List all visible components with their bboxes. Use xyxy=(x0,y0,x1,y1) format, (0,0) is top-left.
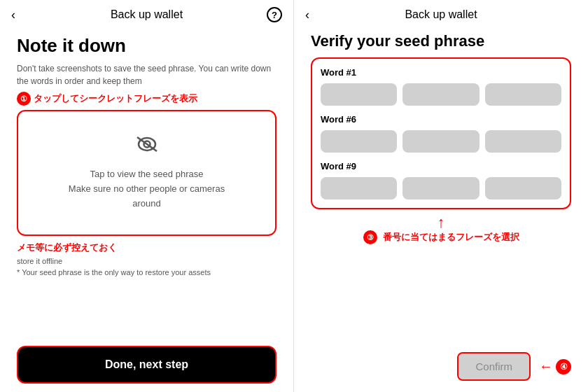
seed-phrase-box[interactable]: Tap to view the seed phrase Make sure no… xyxy=(17,110,276,236)
right-bottom: Confirm ← ④ xyxy=(294,352,588,392)
annotation-3-arrow: ↑ xyxy=(438,215,445,230)
note-description: Don't take screenshots to save the seed … xyxy=(17,62,276,88)
word-9-option-2[interactable] xyxy=(402,177,479,200)
word-6-options xyxy=(321,130,561,153)
right-header: ‹ Back up wallet xyxy=(294,0,588,29)
left-help-button[interactable]: ? xyxy=(267,7,282,22)
word-9-option-3[interactable] xyxy=(485,177,561,200)
word-6-option-2[interactable] xyxy=(402,130,479,153)
annotation-3-circle: ③ xyxy=(363,230,377,244)
verify-box: Word #1 Word #6 Word #9 xyxy=(311,57,571,209)
memo-annotation-text: メモ等に必ず控えておく xyxy=(17,241,117,254)
store-text: store it offline xyxy=(17,257,276,265)
right-panel: ‹ Back up wallet Verify your seed phrase… xyxy=(294,0,588,392)
annotation-1-row: ① タップしてシークレットフレーズを表示 xyxy=(17,92,276,106)
left-panel: ‹ Back up wallet ? Note it down Don't ta… xyxy=(0,0,294,392)
annotation-3-row: ③ 番号に当てはまるフレーズを選択 xyxy=(363,230,519,244)
word-1-label: Word #1 xyxy=(321,67,561,78)
annotation-3-container: ↑ ③ 番号に当てはまるフレーズを選択 xyxy=(311,215,571,244)
right-header-title: Back up wallet xyxy=(405,8,477,21)
word-9-option-1[interactable] xyxy=(321,177,397,200)
annotation-1-circle: ① xyxy=(17,92,31,106)
memo-annotation-row: メモ等に必ず控えておく xyxy=(17,241,276,254)
word-6-option-1[interactable] xyxy=(321,130,397,153)
done-next-step-button[interactable]: Done, next step xyxy=(17,346,276,384)
word-1-options xyxy=(321,83,561,106)
note-title: Note it down xyxy=(17,35,276,57)
word-6-label: Word #6 xyxy=(321,114,561,125)
annotation-4-circle: ④ xyxy=(556,359,571,374)
left-header: ‹ Back up wallet ? xyxy=(0,0,293,29)
svg-line-2 xyxy=(137,137,157,151)
seed-warning: * Your seed phrase is the only way to re… xyxy=(17,268,276,276)
word-1-option-3[interactable] xyxy=(485,83,561,106)
seed-tap-text: Tap to view the seed phrase Make sure no… xyxy=(69,167,225,211)
annotation-4-row: ← ④ xyxy=(539,358,571,374)
left-header-title: Back up wallet xyxy=(111,8,183,21)
left-bottom: Done, next step ← ② xyxy=(0,346,293,392)
annotation-3-text: 番号に当てはまるフレーズを選択 xyxy=(383,231,519,244)
word-9-label: Word #9 xyxy=(321,161,561,172)
verify-title: Verify your seed phrase xyxy=(311,32,571,50)
right-back-button[interactable]: ‹ xyxy=(305,8,309,22)
eye-off-icon xyxy=(134,134,160,159)
right-content: Verify your seed phrase Word #1 Word #6 … xyxy=(294,29,588,352)
annotation-4-arrow: ← xyxy=(539,358,553,374)
word-6-option-3[interactable] xyxy=(485,130,561,153)
word-1-option-1[interactable] xyxy=(321,83,397,106)
confirm-button[interactable]: Confirm xyxy=(457,352,531,381)
left-content: Note it down Don't take screenshots to s… xyxy=(0,29,293,346)
annotation-1-text: タップしてシークレットフレーズを表示 xyxy=(34,92,197,105)
left-back-button[interactable]: ‹ xyxy=(11,8,15,22)
word-1-option-2[interactable] xyxy=(402,83,479,106)
word-9-options xyxy=(321,177,561,200)
